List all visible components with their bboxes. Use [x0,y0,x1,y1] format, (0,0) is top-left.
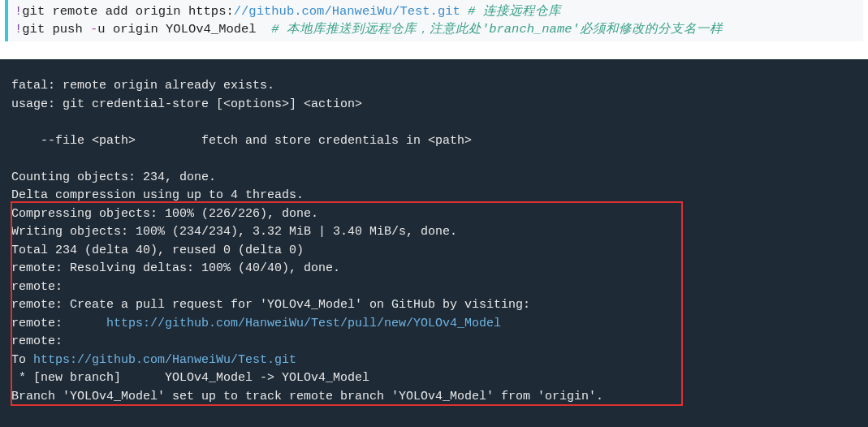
output-line: remote: [11,317,106,330]
code-comment: # 本地库推送到远程仓库，注意此处'branch_name'必须和修改的分支名一… [264,22,723,37]
output-line: * [new branch] YOLOv4_Model -> YOLOv4_Mo… [11,371,369,385]
code-comment: # 连接远程仓库 [460,4,561,19]
bang-icon: ! [15,4,22,19]
output-line: Writing objects: 100% (234/234), 3.32 Mi… [11,225,457,239]
output-line: fatal: remote origin already exists. [11,79,274,93]
code-text: git remote add origin https: [22,4,233,19]
code-text: u origin YOLOv4_Model [97,22,264,37]
output-line: Compressing objects: 100% (226/226), don… [11,207,318,221]
code-url: //github.com/HanweiWu/Test.git [234,4,460,19]
output-line: remote: [11,334,70,348]
dash-icon: - [90,22,97,37]
bang-icon: ! [15,22,22,37]
output-line: Branch 'YOLOv4_Model' set up to track re… [11,390,603,403]
terminal-link[interactable]: https://github.com/HanweiWu/Test.git [33,353,296,367]
output-line: remote: Create a pull request for 'YOLOv… [11,298,530,312]
terminal-link[interactable]: https://github.com/HanweiWu/Test/pull/ne… [106,317,501,330]
output-line: remote: Resolving deltas: 100% (40/40), … [11,261,340,275]
output-line: usage: git credential-store [<options>] … [11,97,362,111]
output-line: Total 234 (delta 40), reused 0 (delta 0) [11,244,304,257]
output-line: --file <path> fetch and store credential… [11,134,472,148]
code-input-cell: !git remote add origin https://github.co… [5,0,863,41]
output-line: Counting objects: 234, done. [11,170,216,184]
code-text: git push [22,22,90,37]
terminal-output: fatal: remote origin already exists. usa… [0,59,868,427]
output-line: Delta compression using up to 4 threads. [11,188,304,202]
output-line: remote: [11,280,70,294]
output-line: To [11,353,33,367]
